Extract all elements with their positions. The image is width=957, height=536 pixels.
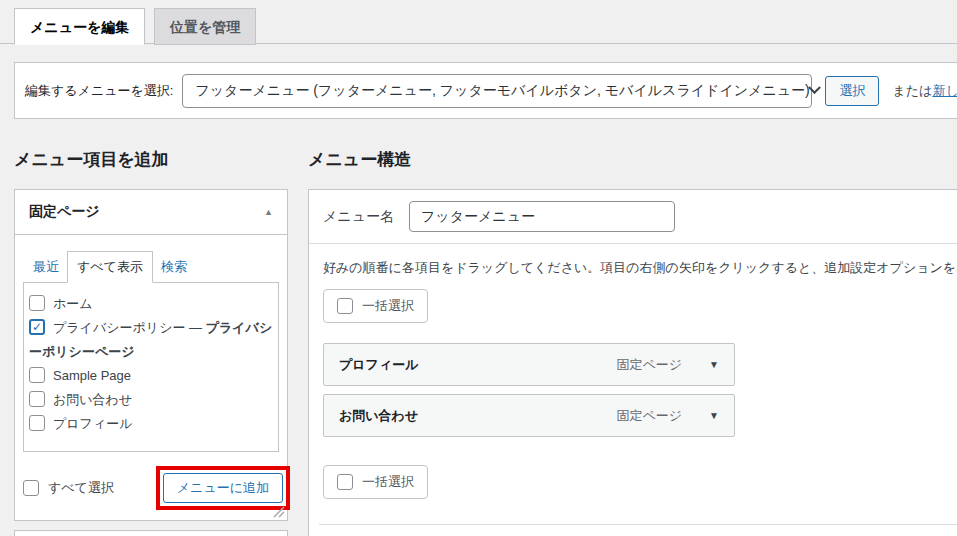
pages-accordion-header[interactable]: 固定ページ ▲ <box>15 190 287 235</box>
menu-select-value: フッターメニュー (フッターメニュー, フッターモバイルボタン, モバイルスライ… <box>195 82 809 100</box>
menu-name-row: メニュー名 <box>309 190 957 244</box>
checkmark-icon: ✓ <box>31 320 43 334</box>
menu-select-label: 編集するメニューを選択: <box>25 82 173 100</box>
select-menu-button[interactable]: 選択 <box>825 76 879 106</box>
drag-instructions-text: 好みの順番に各項目をドラッグしてください。項目の右側の矢印をクリックすると、追加… <box>309 244 957 285</box>
menu-select-dropdown[interactable]: フッターメニュー (フッターメニュー, フッターモバイルボタン, モバイルスライ… <box>182 74 812 108</box>
add-menu-items-heading: メニュー項目を追加 <box>14 148 288 171</box>
menu-items-list: プロフィール 固定ページ ▼ お問い合わせ 固定ページ ▼ <box>323 343 735 437</box>
bulk-select-toggle[interactable]: 一括選択 <box>323 465 428 499</box>
select-all-label: すべて選択 <box>48 479 114 497</box>
menu-item-type: 固定ページ <box>616 407 682 425</box>
tab-most-recent[interactable]: 最近 <box>25 252 67 282</box>
collapse-arrow-icon[interactable]: ▲ <box>264 207 273 217</box>
add-menu-items-column: メニュー項目を追加 固定ページ ▲ 最近 すべて表示 検索 ホーム ✓プライバシ… <box>14 148 288 536</box>
pages-accordion-panel: 固定ページ ▲ 最近 すべて表示 検索 ホーム ✓プライバシーポリシー — プラ… <box>14 189 288 521</box>
admin-tab-bar: メニューを編集 位置を管理 <box>0 0 957 44</box>
menu-item-type: 固定ページ <box>616 356 682 374</box>
checkbox-contact[interactable] <box>29 391 45 407</box>
tab-manage-locations[interactable]: 位置を管理 <box>154 8 256 45</box>
bulk-select-checkbox[interactable] <box>337 474 353 490</box>
menu-item-row[interactable]: プロフィール 固定ページ ▼ <box>323 343 735 386</box>
checkbox-home[interactable] <box>29 295 45 311</box>
resize-handle-icon[interactable] <box>272 505 285 518</box>
bulk-select-checkbox[interactable] <box>337 298 353 314</box>
tab-edit-menus[interactable]: メニューを編集 <box>14 8 145 45</box>
page-checklist-item[interactable]: ホーム <box>29 292 273 316</box>
page-checklist[interactable]: ホーム ✓プライバシーポリシー — プライバシーポリシーページ Sample P… <box>23 282 279 452</box>
create-new-menu-link[interactable]: 新しいメニ <box>932 83 957 98</box>
menu-structure-panel: メニュー名 好みの順番に各項目をドラッグしてください。項目の右側の矢印をクリック… <box>308 189 957 536</box>
bulk-select-toggle[interactable]: 一括選択 <box>323 289 428 323</box>
page-item-label: Sample Page <box>53 368 131 383</box>
page-item-label: お問い合わせ <box>53 392 132 407</box>
pages-accordion-body: 最近 すべて表示 検索 ホーム ✓プライバシーポリシー — プライバシーポリシー… <box>15 235 287 520</box>
pages-accordion-title: 固定ページ <box>29 203 100 221</box>
checkbox-sample-page[interactable] <box>29 367 45 383</box>
page-item-label: プライバシーポリシー — <box>53 320 206 335</box>
menu-structure-heading: メニュー構造 <box>308 148 957 171</box>
pages-footer-row: すべて選択 メニューに追加 <box>23 466 279 510</box>
posts-accordion-panel: 投稿 ▼ <box>14 530 288 536</box>
item-toggle-arrow-icon[interactable]: ▼ <box>709 410 719 421</box>
chevron-down-icon <box>808 81 821 94</box>
menu-name-label: メニュー名 <box>323 208 394 226</box>
checkbox-profile[interactable] <box>29 415 45 431</box>
bulk-select-label: 一括選択 <box>362 473 414 491</box>
pages-filter-tabs: 最近 すべて表示 検索 <box>25 251 279 282</box>
page-checklist-item[interactable]: お問い合わせ <box>29 388 273 412</box>
posts-accordion-header[interactable]: 投稿 ▼ <box>15 531 287 536</box>
tab-search[interactable]: 検索 <box>153 252 195 282</box>
menu-item-title: プロフィール <box>339 356 419 374</box>
page-checklist-item[interactable]: プロフィール <box>29 412 273 436</box>
menu-name-input[interactable] <box>409 201 675 232</box>
or-create-text: または新しいメニ <box>892 82 957 100</box>
select-all-checkbox[interactable] <box>23 480 39 496</box>
menu-item-title: お問い合わせ <box>339 407 418 425</box>
item-toggle-arrow-icon[interactable]: ▼ <box>709 359 719 370</box>
page-item-label: ホーム <box>53 296 93 311</box>
or-label: または <box>892 83 932 98</box>
page-checklist-item[interactable]: Sample Page <box>29 364 273 388</box>
checkbox-privacy-policy[interactable]: ✓ <box>29 319 45 335</box>
menu-item-row[interactable]: お問い合わせ 固定ページ ▼ <box>323 394 735 437</box>
tab-view-all[interactable]: すべて表示 <box>67 251 153 283</box>
bulk-select-label: 一括選択 <box>362 297 414 315</box>
red-annotation-box: メニューに追加 <box>156 466 290 510</box>
menu-settings-divider <box>319 524 957 525</box>
page-checklist-item[interactable]: ✓プライバシーポリシー — プライバシーポリシーページ <box>29 316 273 364</box>
add-to-menu-button[interactable]: メニューに追加 <box>163 473 283 503</box>
menu-structure-column: メニュー構造 メニュー名 好みの順番に各項目をドラッグしてください。項目の右側の… <box>308 148 957 536</box>
page-item-label: プロフィール <box>53 416 133 431</box>
menu-select-bar: 編集するメニューを選択: フッターメニュー (フッターメニュー, フッターモバイ… <box>14 62 957 119</box>
